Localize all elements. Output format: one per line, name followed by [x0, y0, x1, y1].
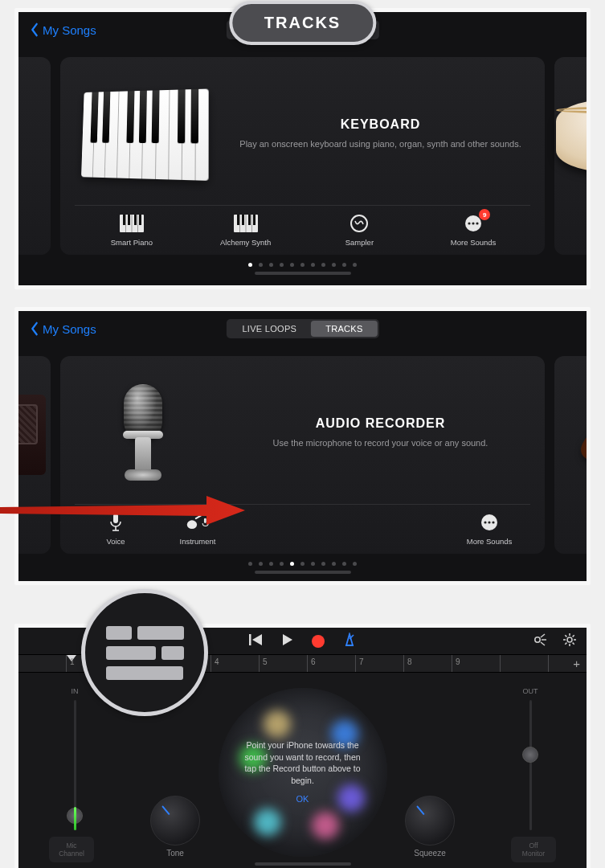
card-next[interactable] — [554, 57, 587, 255]
page-dot — [321, 263, 325, 267]
mic-channel-button[interactable]: Mic Channel — [49, 837, 94, 862]
drum-icon — [556, 100, 587, 172]
ruler-number: 5 — [263, 657, 268, 666]
card-keyboard[interactable]: KEYBOARD Play an onscreen keyboard using… — [60, 57, 545, 255]
svg-point-30 — [488, 521, 490, 523]
page-dot — [248, 562, 252, 566]
amp-icon — [18, 395, 46, 475]
recorder-area: IN OUT Point your iPhone towards the sou… — [18, 673, 587, 868]
more-sounds-badge: 9 — [479, 209, 490, 220]
sub-label: Smart Piano — [111, 238, 153, 247]
svg-point-38 — [567, 637, 572, 642]
settings-button[interactable] — [562, 633, 577, 650]
svg-point-20 — [476, 222, 479, 224]
page-dot — [259, 263, 263, 267]
page-dot — [280, 562, 284, 566]
panel-keyboard: TRACKS My Songs LIVE LOOPS TRACKS — [14, 8, 591, 289]
page-dots — [18, 255, 587, 272]
squeeze-knob[interactable]: Squeeze — [405, 796, 455, 858]
ruler-number: 6 — [311, 657, 316, 666]
svg-point-29 — [484, 521, 486, 523]
piano-keys-icon — [120, 214, 144, 233]
card-prev[interactable] — [18, 57, 51, 255]
svg-rect-1 — [123, 215, 125, 225]
page-dot — [259, 562, 263, 566]
svg-point-31 — [492, 521, 494, 523]
page-dot — [269, 263, 273, 267]
in-label: IN — [72, 687, 79, 695]
card-title: AUDIO RECORDER — [231, 416, 530, 431]
back-label: My Songs — [43, 23, 96, 37]
card-title: KEYBOARD — [231, 117, 530, 132]
page-dot — [353, 263, 357, 267]
monitor-button[interactable]: Off Monitor — [511, 837, 556, 862]
svg-point-18 — [468, 222, 471, 224]
hint-ok-button[interactable]: OK — [296, 793, 309, 805]
page-dot — [342, 562, 346, 566]
sampler-icon — [347, 214, 371, 233]
back-my-songs[interactable]: My Songs — [30, 321, 96, 336]
ruler-number: 9 — [456, 657, 460, 666]
sub-sampler[interactable]: Sampler — [323, 214, 395, 247]
ruler-number: 4 — [215, 657, 219, 666]
svg-line-43 — [565, 635, 566, 637]
microphone-illustration — [75, 381, 211, 485]
out-label: OUT — [523, 687, 538, 695]
sub-more-sounds[interactable]: 9 More Sounds — [437, 214, 509, 247]
sub-smart-piano[interactable]: Smart Piano — [96, 214, 168, 247]
page-dot — [300, 263, 305, 267]
svg-rect-4 — [139, 215, 141, 225]
page-dots — [18, 554, 587, 571]
tone-knob[interactable]: Tone — [150, 796, 200, 858]
svg-rect-12 — [253, 215, 255, 225]
go-to-start-button[interactable] — [249, 633, 264, 649]
card-next[interactable] — [554, 356, 587, 554]
page-dot — [342, 263, 346, 267]
sub-more-sounds[interactable]: More Sounds — [453, 513, 525, 546]
segmented-control: LIVE LOOPS TRACKS — [226, 319, 378, 338]
page-dot — [300, 562, 305, 566]
svg-marker-21 — [0, 496, 245, 525]
knob-label: Tone — [166, 849, 184, 858]
fx-button[interactable] — [532, 633, 548, 650]
record-hint-orb: Point your iPhone towards the sound you … — [219, 688, 387, 857]
page-dot — [269, 562, 273, 566]
input-level-slider[interactable]: IN — [57, 687, 92, 830]
svg-marker-33 — [252, 634, 262, 645]
panel-audio-recorder: My Songs LIVE LOOPS TRACKS — [14, 307, 591, 585]
page-dot — [332, 562, 336, 566]
home-indicator — [255, 862, 351, 866]
output-level-slider[interactable]: OUT — [513, 687, 548, 830]
svg-point-19 — [472, 222, 475, 224]
play-button[interactable] — [281, 633, 294, 649]
svg-line-45 — [565, 642, 566, 644]
topbar: My Songs LIVE LOOPS TRACKS — [18, 311, 587, 346]
page-dot — [248, 263, 252, 267]
instrument-carousel[interactable]: KEYBOARD Play an onscreen keyboard using… — [18, 47, 587, 255]
svg-line-46 — [573, 635, 574, 637]
sub-alchemy-synth[interactable]: Alchemy Synth — [210, 214, 282, 247]
sub-label: More Sounds — [451, 238, 497, 247]
sub-label: Alchemy Synth — [220, 238, 271, 247]
svg-rect-9 — [237, 215, 239, 225]
page-dot — [280, 263, 284, 267]
svg-line-44 — [573, 642, 574, 644]
card-desc: Use the microphone to record your voice … — [231, 437, 530, 449]
add-section-button[interactable]: + — [573, 657, 580, 670]
seg-tracks[interactable]: TRACKS — [311, 321, 377, 337]
ruler-number: 7 — [359, 657, 364, 666]
ruler-number: 1 — [70, 657, 75, 666]
metronome-button[interactable] — [342, 633, 357, 650]
violin-icon — [574, 408, 587, 469]
seg-live-loops[interactable]: LIVE LOOPS — [227, 321, 311, 337]
svg-marker-34 — [283, 634, 292, 645]
page-dot — [353, 562, 357, 566]
red-arrow-annotation — [0, 493, 248, 528]
back-my-songs[interactable]: My Songs — [30, 23, 96, 37]
chevron-left-icon — [30, 321, 39, 336]
page-dot — [311, 263, 315, 267]
ruler-number: 8 — [407, 657, 412, 666]
record-button[interactable] — [312, 635, 325, 648]
knob-label: Squeeze — [414, 849, 445, 858]
svg-rect-3 — [134, 215, 137, 225]
